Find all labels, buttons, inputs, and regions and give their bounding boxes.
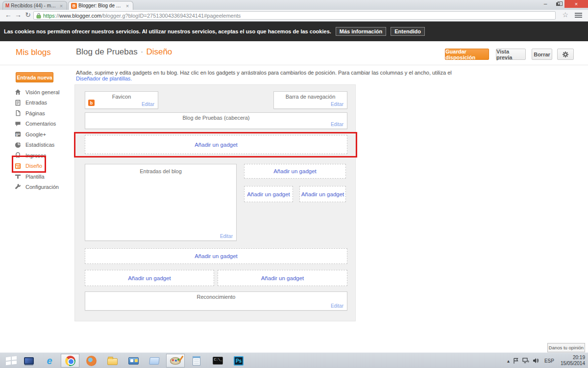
cookie-more-info-button[interactable]: Más información <box>336 27 386 36</box>
sidebar-item-estadisticas[interactable]: Estadísticas <box>15 140 78 151</box>
blog-name: Blog de Pruebas <box>76 47 138 56</box>
sidebar-item-entradas[interactable]: Entradas <box>15 98 78 108</box>
add-gadget-box[interactable]: Añadir un gadget <box>244 164 346 179</box>
preview-button[interactable]: Vista previa <box>496 49 526 60</box>
save-layout-button[interactable]: Guardar disposición <box>445 49 489 60</box>
add-gadget-box[interactable]: Añadir un gadget <box>218 270 347 286</box>
tab-title: Recibidos (44) - miguelcol <box>11 3 57 8</box>
windows-taskbar: e C:\_ Ps ▴ ESP 20:19 15/05/2014 <box>0 352 588 368</box>
taskbar-file-explorer[interactable] <box>103 354 122 368</box>
add-gadget-box[interactable]: Añadir un gadget <box>299 186 346 202</box>
folder-icon <box>107 358 118 365</box>
tab-blogger[interactable]: B Blogger: Blog de Pruebas × <box>68 1 133 10</box>
back-button[interactable]: ← <box>4 11 13 19</box>
svg-text:g+: g+ <box>16 132 21 136</box>
sidebar-item-ingresos[interactable]: Ingresos <box>15 150 78 161</box>
internet-explorer-icon: e <box>47 356 52 366</box>
language-indicator[interactable]: ESP <box>544 358 554 364</box>
layout-editor-region: Favicon b Editar Barra de navegación Edi… <box>74 84 356 321</box>
padlock-icon <box>36 13 41 19</box>
cookie-accept-button[interactable]: Entendido <box>391 27 425 36</box>
photoshop-icon: Ps <box>234 356 244 366</box>
address-bar[interactable]: https :// www.blogger.com /blogger.g?blo… <box>33 11 556 20</box>
my-blogs-link[interactable]: Mis blogs <box>16 48 51 57</box>
chrome-menu-icon[interactable] <box>575 13 582 18</box>
taskbar-chrome[interactable] <box>61 354 79 368</box>
home-icon <box>15 89 21 95</box>
taskbar-clock[interactable]: 20:19 15/05/2014 <box>561 355 585 367</box>
add-gadget-box[interactable]: Añadir un gadget <box>244 186 293 202</box>
sidebar-item-plantilla[interactable]: Plantilla <box>15 171 78 182</box>
windows-logo-icon <box>6 356 17 365</box>
network-icon[interactable] <box>522 358 529 364</box>
window-restore-button[interactable] <box>552 2 564 6</box>
url-path: /blogger.g?blogID=2751300433694324141#pa… <box>101 13 241 19</box>
add-gadget-box[interactable]: Añadir un gadget <box>85 270 214 286</box>
taskbar-paint[interactable] <box>166 354 185 368</box>
taskbar-control-panel[interactable] <box>124 354 143 368</box>
layout-icon <box>15 163 21 169</box>
stats-icon <box>15 142 21 148</box>
taskbar-notepad[interactable] <box>187 354 206 368</box>
sidebar-item-paginas[interactable]: Páginas <box>15 108 78 119</box>
computer-icon <box>24 357 34 365</box>
taskbar-firefox[interactable] <box>82 354 100 368</box>
bookmark-star-icon[interactable]: ☆ <box>562 11 568 19</box>
edit-link[interactable]: Editar <box>331 102 343 107</box>
sidebar-item-diseno[interactable]: Diseño <box>15 161 78 172</box>
gear-icon <box>562 51 569 58</box>
feedback-button[interactable]: Danos tu opinión <box>547 343 585 352</box>
edit-link[interactable]: Editar <box>142 102 154 107</box>
blog-posts-gadget-box[interactable]: Entradas del blog Editar <box>85 164 237 241</box>
taskbar-photoshop[interactable]: Ps <box>229 354 248 368</box>
sidebar-item-configuracion[interactable]: Configuración <box>15 182 78 193</box>
volume-icon[interactable] <box>533 358 539 364</box>
start-button[interactable] <box>2 354 21 368</box>
command-prompt-icon: C:\_ <box>213 357 223 365</box>
page-title: Blog de Pruebas·Diseño <box>76 47 172 57</box>
sidebar-nav: Visión general Entradas Páginas Comentar… <box>15 87 78 192</box>
control-panel-icon <box>128 357 139 365</box>
edit-link[interactable]: Editar <box>220 234 233 239</box>
sidebar-item-google-plus[interactable]: g+ Google+ <box>15 129 78 140</box>
edit-link[interactable]: Editar <box>331 122 343 127</box>
url-scheme: https <box>43 13 55 19</box>
tray-time: 20:19 <box>561 355 585 361</box>
settings-gear-button[interactable] <box>557 49 574 60</box>
tab-title: Blogger: Blog de Pruebas <box>78 3 123 8</box>
add-gadget-box[interactable]: Añadir un gadget <box>85 248 347 264</box>
template-designer-link[interactable]: Diseñador de plantillas. <box>76 76 132 81</box>
window-close-button[interactable]: × <box>564 0 588 8</box>
url-separator: :// <box>55 13 59 19</box>
sidebar-item-vision-general[interactable]: Visión general <box>15 87 78 98</box>
taskbar-photo-viewer[interactable] <box>145 354 164 368</box>
favicon-gadget-box[interactable]: Favicon b Editar <box>85 91 158 109</box>
tab-close-icon[interactable]: × <box>58 3 64 9</box>
blogger-favicon-icon: B <box>71 3 77 9</box>
taskbar-computer[interactable] <box>20 354 38 368</box>
attribution-gadget-box[interactable]: Reconocimiento Editar <box>85 291 347 311</box>
comments-icon <box>15 121 21 127</box>
tray-date: 15/05/2014 <box>561 361 585 367</box>
tab-gmail[interactable]: M Recibidos (44) - miguelcol × <box>2 1 67 10</box>
taskbar-internet-explorer[interactable]: e <box>40 354 59 368</box>
navbar-gadget-box[interactable]: Barra de navegación Editar <box>273 91 347 109</box>
header-gadget-box[interactable]: Blog de Pruebas (cabecera) Editar <box>85 112 347 129</box>
hidden-icons-arrow-icon[interactable]: ▴ <box>507 358 510 364</box>
window-minimize-button[interactable]: – <box>539 1 552 6</box>
action-center-flag-icon[interactable] <box>513 358 519 364</box>
screen: M Recibidos (44) - miguelcol × B Blogger… <box>0 0 588 368</box>
forward-button[interactable]: → <box>14 11 23 19</box>
edit-link[interactable]: Editar <box>331 303 343 309</box>
add-gadget-box-highlighted[interactable]: Añadir un gadget <box>85 135 347 154</box>
blogger-header: Mis blogs Blog de Pruebas·Diseño Guardar… <box>0 41 588 65</box>
section-name: Diseño <box>146 47 172 56</box>
cookie-message: Las cookies nos permiten ofrecer nuestro… <box>4 28 331 34</box>
delete-button[interactable]: Borrar <box>532 49 552 60</box>
new-post-button[interactable]: Entrada nueva <box>16 72 53 82</box>
cookie-notice-bar: Las cookies nos permiten ofrecer nuestro… <box>0 22 588 41</box>
reload-button[interactable]: ↻ <box>24 11 32 19</box>
taskbar-command-prompt[interactable]: C:\_ <box>208 354 227 368</box>
sidebar-item-comentarios[interactable]: Comentarios <box>15 119 78 130</box>
tab-close-icon[interactable]: × <box>124 3 130 9</box>
